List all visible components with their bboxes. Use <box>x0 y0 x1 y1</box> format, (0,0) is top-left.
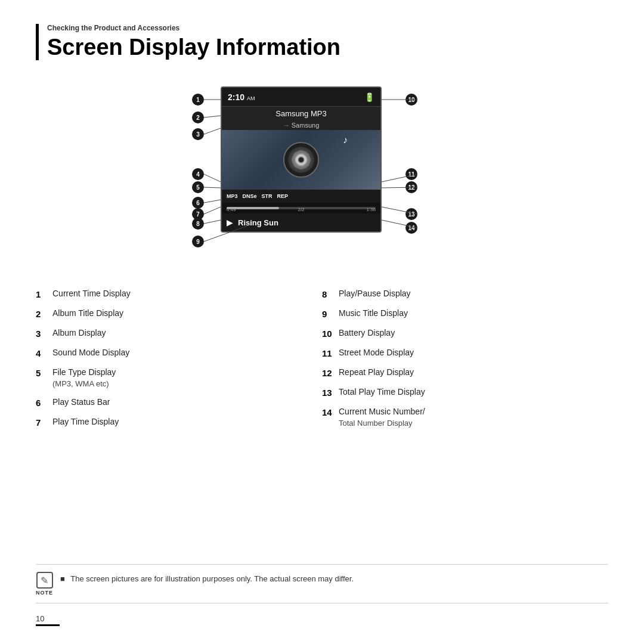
mode-mp3: MP3 <box>227 193 238 199</box>
section-label: Checking the Product and Accessories <box>47 24 608 32</box>
circle-13: 13 <box>405 208 417 220</box>
diagram-area: 1 2 3 4 5 6 7 8 9 10 11 12 13 14 2:10 AM <box>36 82 608 267</box>
desc-item-13: 13 Total Play Time Display <box>322 386 596 399</box>
note-icon-wrap: ✎ NOTE <box>36 572 53 596</box>
circle-8: 8 <box>192 218 204 230</box>
circle-9: 9 <box>192 236 204 247</box>
desc-item-3: 3 Album Display <box>36 327 310 340</box>
screen-time: 2:10 AM <box>228 92 255 102</box>
screen-album-title: Samsung MP3 <box>222 107 380 120</box>
diagram-wrapper: 1 2 3 4 5 6 7 8 9 10 11 12 13 14 2:10 AM <box>155 82 489 267</box>
circle-5: 5 <box>192 181 204 193</box>
mode-rep: REP <box>277 193 289 199</box>
desc-item-11: 11 Street Mode Display <box>322 347 596 360</box>
play-icon: ▶ <box>227 218 233 227</box>
desc-item-7: 7 Play Time Display <box>36 416 310 429</box>
desc-item-8: 8 Play/Pause Display <box>322 288 596 301</box>
header-section: Checking the Product and Accessories Scr… <box>36 24 608 60</box>
mode-str: STR <box>262 193 273 199</box>
svg-line-4 <box>204 187 221 188</box>
screen-artwork: ♪ <box>222 130 380 190</box>
page-title: Screen Display Information <box>47 35 608 60</box>
desc-item-10: 10 Battery Display <box>322 327 596 340</box>
descriptions-section: 1 Current Time Display 2 Album Title Dis… <box>36 288 608 546</box>
screen-song-title: Rising Sun <box>238 218 278 227</box>
circle-2: 2 <box>192 112 204 123</box>
progress-time-mid: 2/2 <box>298 207 304 212</box>
note-pencil-icon: ✎ <box>36 572 53 589</box>
mode-dnse: DNSe <box>243 193 257 199</box>
note-label: NOTE <box>36 590 53 596</box>
screen-album-sub: → Samsung <box>222 120 380 130</box>
page-line <box>36 624 60 626</box>
desc-item-14: 14 Current Music Number/ Total Number Di… <box>322 406 596 429</box>
note-text: ■ The screen pictures are for illustrati… <box>60 572 354 583</box>
progress-time-right: 1:36 <box>366 207 376 212</box>
svg-line-3 <box>204 174 221 182</box>
right-desc-column: 8 Play/Pause Display 9 Music Title Displ… <box>322 288 608 546</box>
circle-6: 6 <box>192 197 204 209</box>
battery-icon: 🔋 <box>364 92 374 102</box>
circle-10: 10 <box>405 94 417 106</box>
desc-item-6: 6 Play Status Bar <box>36 397 310 409</box>
device-screen: 2:10 AM 🔋 Samsung MP3 → Samsung <box>221 86 382 233</box>
svg-line-2 <box>204 128 221 134</box>
circle-11: 11 <box>405 168 417 180</box>
svg-line-5 <box>204 200 221 203</box>
left-desc-column: 1 Current Time Display 2 Album Title Dis… <box>36 288 322 546</box>
circle-4: 4 <box>192 168 204 180</box>
page-container: Checking the Product and Accessories Scr… <box>0 0 644 644</box>
desc-item-9: 9 Music Title Display <box>322 308 596 320</box>
screen-mode-bar: MP3 DNSe STR REP <box>222 190 380 203</box>
screen-progress-bar: 0:49 2/2 1:36 <box>222 203 380 213</box>
music-note-icon: ♪ <box>343 135 348 145</box>
svg-line-1 <box>204 116 221 117</box>
page-number: 10 <box>36 614 608 623</box>
desc-item-2: 2 Album Title Display <box>36 308 310 320</box>
progress-time-left: 0:49 <box>227 207 236 212</box>
screen-top-bar: 2:10 AM 🔋 <box>222 88 380 107</box>
note-bullet: ■ <box>60 574 65 583</box>
circle-14: 14 <box>405 222 417 234</box>
screen-title-bar: ▶ Rising Sun <box>222 213 380 231</box>
vinyl-disc <box>283 142 319 178</box>
desc-item-12: 12 Repeat Play Display <box>322 367 596 379</box>
circle-3: 3 <box>192 128 204 140</box>
page-number-section: 10 <box>36 609 608 626</box>
desc-item-5: 5 File Type Display (MP3, WMA etc) <box>36 367 310 389</box>
circle-1: 1 <box>192 94 204 106</box>
circle-12: 12 <box>405 181 417 193</box>
svg-line-7 <box>204 220 221 224</box>
vinyl-center <box>298 156 305 163</box>
svg-line-6 <box>204 207 221 214</box>
note-section: ✎ NOTE ■ The screen pictures are for ill… <box>36 564 608 603</box>
desc-item-1: 1 Current Time Display <box>36 288 310 301</box>
desc-item-4: 4 Sound Mode Display <box>36 347 310 360</box>
